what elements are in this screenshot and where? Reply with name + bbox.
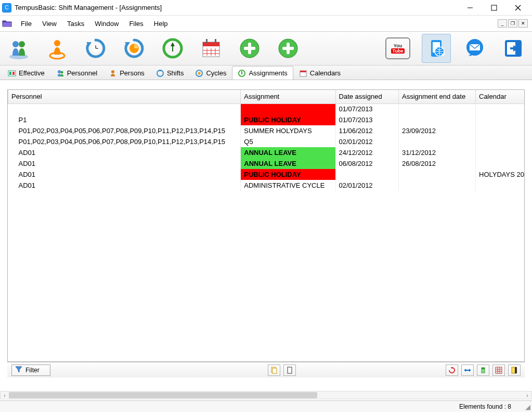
folder-icon [2, 19, 12, 28]
cell-personnel: AD01 [8, 180, 241, 191]
window-title: TempusBasic: Shift Management - [Assignm… [15, 4, 162, 11]
svg-rect-73 [515, 367, 517, 373]
col-personnel[interactable]: Personnel [8, 90, 241, 103]
cell-date-assigned: 06/08/2012 [335, 158, 398, 169]
table-row[interactable]: AD01ANNUAL LEAVE06/08/201226/08/2012Yes [8, 158, 525, 169]
cell-calendar: HOLYDAYS 2012 [476, 169, 525, 180]
cell-personnel: AD01 [8, 169, 241, 180]
cell-personnel [8, 103, 241, 114]
menu-view[interactable]: View [37, 18, 62, 30]
tab-shifts[interactable]: Shifts [150, 66, 190, 80]
close-button[interactable] [506, 0, 530, 16]
tab-cycles[interactable]: Cycles [189, 66, 232, 80]
col-calendar[interactable]: Calendar [476, 90, 525, 103]
toolbar-mail-button[interactable] [460, 34, 489, 63]
tab-persons[interactable]: Persons [103, 66, 150, 80]
table-row[interactable]: AD01ANNUAL LEAVE24/12/201231/12/2012Yes [8, 147, 525, 158]
tab-calendars[interactable]: Calendars [293, 66, 346, 80]
arrows-h-icon [464, 367, 471, 374]
table-row[interactable]: P01,P02,P03,P04,P05,P06,P07,P08,P09,P10,… [8, 136, 525, 147]
toolbar-calendar-button[interactable] [197, 34, 226, 63]
tab-label: Cycles [206, 69, 226, 77]
resize-grip-icon[interactable]: ◢ [525, 403, 530, 411]
exit-icon [502, 37, 525, 60]
cell-end-date: 26/08/2012 [399, 158, 476, 169]
mobile-globe-icon [425, 37, 448, 60]
svg-rect-30 [244, 47, 255, 50]
svg-rect-34 [282, 47, 294, 50]
svg-point-48 [60, 71, 63, 73]
toolbar-mobile-button[interactable] [422, 34, 451, 63]
cell-date-assigned: 01/07/2013 [335, 114, 398, 125]
scroll-track[interactable] [9, 392, 523, 398]
cell-assignment: ANNUAL LEAVE [241, 158, 335, 169]
toolbar-exit-button[interactable] [499, 34, 528, 63]
svg-rect-59 [273, 368, 277, 373]
tab-effective[interactable]: Effective [2, 66, 50, 80]
table-row[interactable]: P01,P02,P03,P04,P05,P06,P07,P08,P09,P10,… [8, 125, 525, 136]
bottom-toolbar: Filter [7, 362, 525, 378]
toolbar-youtube-button[interactable]: You Tube [383, 34, 412, 63]
cell-personnel: P01,P02,P03,P04,P05,P06,P07,P08,P09,P10,… [8, 125, 241, 136]
svg-marker-16 [171, 42, 175, 46]
menu-window[interactable]: Window [89, 18, 124, 30]
col-date-assigned[interactable]: Date assigned [335, 90, 398, 103]
tab-personnel[interactable]: Personnel [50, 66, 103, 80]
svg-point-6 [19, 41, 25, 47]
table-row[interactable]: P1PUBLIC HOLIDAY01/07/2013Yes [8, 114, 525, 125]
table-row[interactable]: AD01PUBLIC HOLIDAYHOLYDAYS 2012Yes [8, 169, 525, 180]
cell-assignment [241, 103, 335, 114]
menu-files[interactable]: Files [124, 18, 148, 30]
svg-rect-67 [496, 367, 502, 373]
cell-assignment: ADMINISTRATIVE CYCLE [241, 180, 335, 191]
col-assignment[interactable]: Assignment [241, 90, 335, 103]
col-end-date[interactable]: Assignment end date [399, 90, 476, 103]
refresh-button[interactable] [446, 365, 458, 376]
status-elements-found: Elements found : 8 [459, 403, 511, 410]
exit-small-button[interactable] [508, 365, 521, 376]
menu-help[interactable]: Help [149, 18, 173, 30]
minimize-button[interactable] [458, 0, 482, 16]
calendars-icon [299, 69, 307, 77]
menu-file[interactable]: File [16, 18, 37, 30]
table-row[interactable]: AD01ADMINISTRATIVE CYCLE02/01/2012Yes [8, 180, 525, 191]
toolbar-people-button[interactable] [4, 34, 33, 63]
cell-date-assigned: 11/06/2012 [335, 125, 398, 136]
toolbar-add-button-1[interactable] [235, 34, 264, 63]
toolbar-clock-orange-button[interactable] [120, 34, 149, 63]
people-icon [7, 37, 30, 60]
close-icon [515, 5, 521, 11]
grid-button[interactable] [492, 365, 505, 376]
svg-marker-64 [469, 369, 471, 372]
mdi-close-button[interactable]: ✕ [518, 19, 528, 28]
cell-personnel: P1 [8, 114, 241, 125]
mail-icon [463, 37, 486, 60]
horizontal-scrollbar[interactable]: ‹ › [0, 391, 532, 399]
mdi-restore-button[interactable]: ❐ [508, 19, 517, 28]
maximize-button[interactable] [482, 0, 506, 16]
mdi-minimize-button[interactable]: _ [498, 19, 507, 28]
scroll-thumb[interactable] [9, 392, 317, 398]
toolbar-add-button-2[interactable] [274, 34, 303, 63]
cycles-icon [195, 69, 203, 77]
toolbar-clock-green-button[interactable] [158, 34, 187, 63]
cell-assignment: Q5 [241, 136, 335, 147]
toolbar-person-button[interactable] [43, 34, 72, 63]
tab-label: Assignments [249, 69, 287, 77]
column-button[interactable] [477, 365, 489, 376]
new-button[interactable] [283, 365, 296, 376]
table-row[interactable]: 01/07/2013Yes [8, 103, 525, 114]
copy-button[interactable] [268, 365, 280, 376]
filter-button[interactable]: Filter [11, 365, 50, 376]
svg-rect-60 [288, 367, 292, 373]
toolbar-clock-refresh-button[interactable] [81, 34, 110, 63]
svg-rect-1 [491, 5, 497, 10]
width-button[interactable] [461, 365, 474, 376]
scroll-left-arrow-icon[interactable]: ‹ [1, 391, 9, 399]
main-toolbar: You Tube [0, 31, 532, 66]
clock-green-icon [161, 37, 184, 60]
menu-tasks[interactable]: Tasks [62, 18, 89, 30]
clock-orange-icon [123, 37, 146, 60]
tab-assignments[interactable]: Assignments [232, 66, 293, 80]
scroll-right-arrow-icon[interactable]: › [523, 391, 531, 399]
